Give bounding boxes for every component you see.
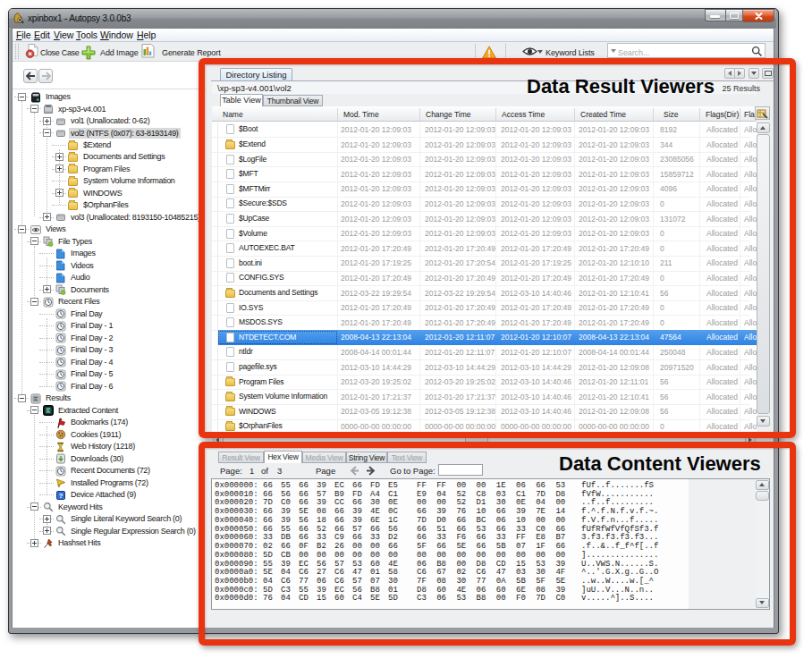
svg-text:?: ?	[59, 492, 63, 500]
